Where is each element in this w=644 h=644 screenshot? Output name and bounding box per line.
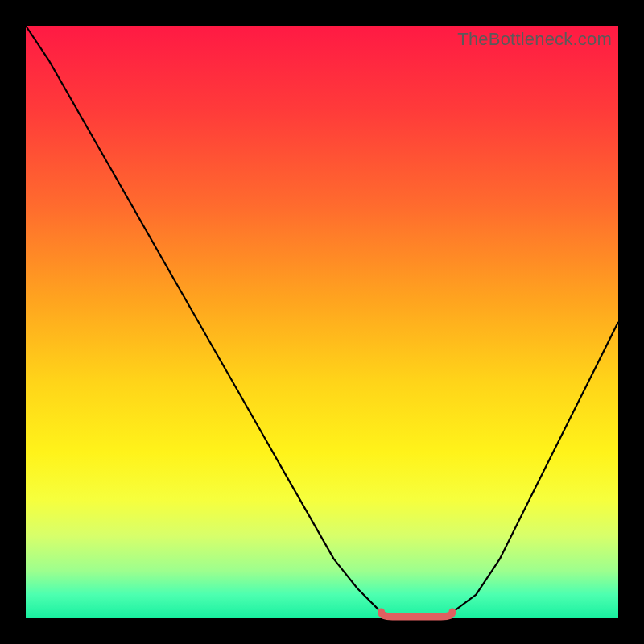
optimal-range-marker [382, 612, 452, 617]
plot-area: TheBottleneck.com [26, 26, 618, 618]
chart-overlay [26, 26, 618, 618]
chart-frame: TheBottleneck.com [0, 0, 644, 644]
bottleneck-curve [26, 26, 618, 618]
